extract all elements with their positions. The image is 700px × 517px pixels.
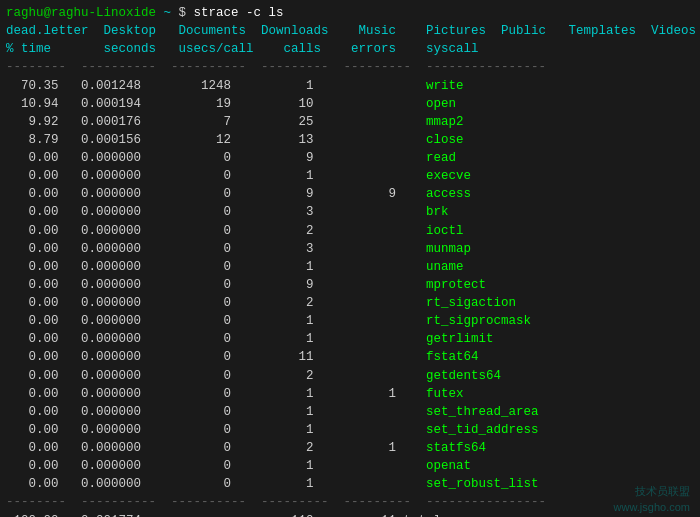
prompt-user: raghu@raghu-Linoxide [6,6,156,20]
table-row: 0.00 0.000000 0 2 getdents64 [6,367,694,385]
table-row: 0.00 0.000000 0 1 set_robust_list [6,475,694,493]
table-row: 0.00 0.000000 0 3 munmap [6,240,694,258]
table-row: 0.00 0.000000 0 1 set_thread_area [6,403,694,421]
table-row: 0.00 0.000000 0 9 9 access [6,185,694,203]
total-row: 100.00 0.001774 110 11 total [6,512,694,518]
prompt-tilde: ~ [156,6,171,20]
table-row: 9.92 0.000176 7 25 mmap2 [6,113,694,131]
table-row: 0.00 0.000000 0 2 rt_sigaction [6,294,694,312]
table-row: 0.00 0.000000 0 1 set_tid_address [6,421,694,439]
table-row: 0.00 0.000000 0 9 mprotect [6,276,694,294]
table-row: 0.00 0.000000 0 2 ioctl [6,222,694,240]
separator-bottom: -------- ---------- ---------- ---------… [6,493,694,511]
command-text: strace -c ls [194,6,284,20]
table-row: 0.00 0.000000 0 1 execve [6,167,694,185]
terminal-window: raghu@raghu-Linoxide ~ $ strace -c ls de… [0,0,700,517]
command-line: raghu@raghu-Linoxide ~ $ strace -c ls [6,4,694,22]
table-row: 0.00 0.000000 0 3 brk [6,203,694,221]
table-row: 0.00 0.000000 0 2 1 statfs64 [6,439,694,457]
table-row: 0.00 0.000000 0 9 read [6,149,694,167]
strace-header: % time seconds usecs/call calls errors s… [6,40,694,58]
table-row: 0.00 0.000000 0 1 openat [6,457,694,475]
prompt-dollar: $ [171,6,194,20]
watermark-top: 技术员联盟 [635,484,690,499]
table-row: 70.35 0.001248 1248 1 write [6,77,694,95]
separator-top: -------- ---------- ---------- ---------… [6,58,694,76]
table-row: 0.00 0.000000 0 1 uname [6,258,694,276]
table-row: 0.00 0.000000 0 1 1 futex [6,385,694,403]
watermark-bottom: www.jsgho.com [614,501,690,513]
table-row: 0.00 0.000000 0 1 getrlimit [6,330,694,348]
ls-output: dead.letter Desktop Documents Downloads … [6,22,694,40]
table-row: 10.94 0.000194 19 10 open [6,95,694,113]
table-row: 0.00 0.000000 0 1 rt_sigprocmask [6,312,694,330]
table-row: 0.00 0.000000 0 11 fstat64 [6,348,694,366]
table-row: 8.79 0.000156 12 13 close [6,131,694,149]
